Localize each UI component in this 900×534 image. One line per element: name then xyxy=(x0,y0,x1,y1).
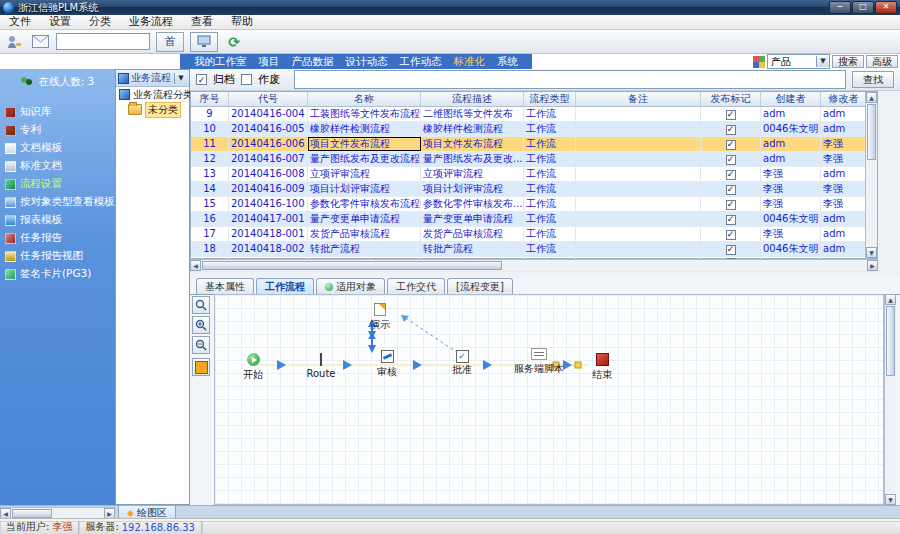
tab-3[interactable]: 工作交代 xyxy=(387,278,445,294)
maximize-button[interactable]: □ xyxy=(852,1,874,14)
nav-item-0[interactable]: 我的工作室 xyxy=(188,55,253,69)
tree-root[interactable]: 业务流程分类 xyxy=(116,87,189,102)
table-row[interactable]: 1020140416-005橡胶样件检测流程橡胶样件检测流程工作流0046朱文明… xyxy=(191,122,877,137)
color-swatch-button[interactable] xyxy=(192,358,210,376)
workflow-node-5[interactable]: 服务端脚本 xyxy=(507,348,571,376)
table-row[interactable]: 1120140416-006项目文件发布流程项目文件发布流程工作流adm李强 xyxy=(191,137,877,152)
workflow-canvas[interactable]: 开始Route审核演示✓批准服务端脚本结束 xyxy=(214,294,884,505)
menu-item-5[interactable]: 帮助 xyxy=(222,15,262,29)
quick-search-input[interactable] xyxy=(56,33,150,50)
scrollbar-thumb[interactable] xyxy=(886,306,895,376)
table-row[interactable]: 1220140416-007量产图纸发布及更改流程量产图纸发布及更改...工作流… xyxy=(191,152,877,167)
search-button[interactable]: 搜索 xyxy=(832,55,864,68)
column-header-7[interactable]: 创建者 xyxy=(761,92,821,106)
workflow-node-2[interactable]: 审核 xyxy=(365,350,409,379)
workflow-node-6[interactable]: 结束 xyxy=(580,353,624,382)
archive-checkbox[interactable] xyxy=(196,74,207,85)
table-row[interactable]: 1420140416-009项目计划评审流程项目计划评审流程工作流李强李强 xyxy=(191,182,877,197)
zoom-in-button[interactable] xyxy=(192,316,210,334)
column-header-5[interactable]: 备注 xyxy=(576,92,701,106)
scroll-up-icon[interactable]: ▲ xyxy=(866,92,877,103)
canvas-vertical-scrollbar[interactable]: ▲ ▼ xyxy=(884,294,896,505)
published-checkbox[interactable] xyxy=(726,185,736,195)
scrollbar-thumb[interactable] xyxy=(12,509,52,518)
sidebar-item-4[interactable]: 流程设置 xyxy=(0,175,115,193)
column-header-1[interactable]: 代号 xyxy=(229,92,308,106)
column-header-6[interactable]: 发布标记 xyxy=(701,92,761,106)
published-checkbox[interactable] xyxy=(726,245,736,255)
home-button[interactable]: 首 xyxy=(156,32,184,52)
published-checkbox[interactable] xyxy=(726,200,736,210)
nav-item-6[interactable]: 系统 xyxy=(491,55,524,69)
sidebar-item-6[interactable]: 报表模板 xyxy=(0,211,115,229)
user-key-icon[interactable] xyxy=(4,33,24,51)
table-vertical-scrollbar[interactable]: ▲ ▼ xyxy=(865,92,877,258)
nav-item-4[interactable]: 工作动态 xyxy=(394,55,448,69)
scroll-down-icon[interactable]: ▼ xyxy=(885,494,896,505)
scrollbar-thumb[interactable] xyxy=(202,261,502,270)
find-button[interactable]: 查找 xyxy=(852,71,894,88)
menu-item-0[interactable]: 文件 xyxy=(0,15,40,29)
table-row[interactable]: 1720140418-001发货产品审核流程发货产品审核流程工作流李强adm xyxy=(191,227,877,242)
workflow-node-1[interactable]: Route xyxy=(299,353,343,379)
menu-item-2[interactable]: 分类 xyxy=(80,15,120,29)
scrollbar-thumb[interactable] xyxy=(867,104,876,160)
published-checkbox[interactable] xyxy=(726,155,736,165)
nav-item-5[interactable]: 标准化 xyxy=(448,55,492,69)
category-select[interactable]: 产品 ▼ xyxy=(767,54,830,69)
void-checkbox[interactable] xyxy=(241,74,252,85)
menu-item-1[interactable]: 设置 xyxy=(40,15,80,29)
sidebar-item-7[interactable]: 任务报告 xyxy=(0,229,115,247)
sidebar-item-9[interactable]: 签名卡片(PG3) xyxy=(0,265,115,283)
nav-item-1[interactable]: 项目 xyxy=(253,55,286,69)
explorer-dropdown-icon[interactable]: ▼ xyxy=(174,73,187,84)
nav-item-3[interactable]: 设计动态 xyxy=(340,55,394,69)
tab-1[interactable]: 工作流程 xyxy=(256,278,314,294)
sidebar-item-0[interactable]: 知识库 xyxy=(0,103,115,121)
close-button[interactable]: ✕ xyxy=(875,1,897,14)
sidebar-item-3[interactable]: 标准文档 xyxy=(0,157,115,175)
published-checkbox[interactable] xyxy=(726,110,736,120)
tab-4[interactable]: [流程变更] xyxy=(447,278,513,294)
published-checkbox[interactable] xyxy=(726,215,736,225)
column-header-3[interactable]: 流程描述 xyxy=(421,92,524,106)
column-header-2[interactable]: 名称 xyxy=(308,92,421,106)
menu-item-3[interactable]: 业务流程 xyxy=(120,15,182,29)
scroll-left-icon[interactable]: ◀ xyxy=(190,260,201,271)
advanced-search-button[interactable]: 高级 xyxy=(866,55,898,68)
workflow-node-3[interactable]: 演示 xyxy=(358,303,402,332)
refresh-icon[interactable]: ⟳ xyxy=(224,33,244,51)
workflow-node-4[interactable]: ✓批准 xyxy=(440,350,484,377)
column-header-8[interactable]: 修改者 xyxy=(821,92,867,106)
published-checkbox[interactable] xyxy=(726,140,736,150)
published-checkbox[interactable] xyxy=(726,125,736,135)
sidebar-item-8[interactable]: 任务报告视图 xyxy=(0,247,115,265)
table-row[interactable]: 1320140416-008立项评审流程立项评审流程工作流李强adm xyxy=(191,167,877,182)
scroll-up-icon[interactable]: ▲ xyxy=(885,294,896,305)
published-checkbox[interactable] xyxy=(726,230,736,240)
table-row[interactable]: 1620140417-001量产变更单申请流程量产变更单申请流程工作流0046朱… xyxy=(191,212,877,227)
scroll-down-icon[interactable]: ▼ xyxy=(866,247,877,258)
published-checkbox[interactable] xyxy=(726,170,736,180)
filter-input[interactable] xyxy=(294,70,846,89)
column-header-4[interactable]: 流程类型 xyxy=(524,92,576,106)
minimize-button[interactable]: ─ xyxy=(829,1,851,14)
scroll-right-icon[interactable]: ▶ xyxy=(867,260,878,271)
monitor-button[interactable] xyxy=(190,32,218,52)
menu-item-4[interactable]: 查看 xyxy=(182,15,222,29)
tab-2[interactable]: 适用对象 xyxy=(316,278,385,294)
sidebar-item-1[interactable]: 专利 xyxy=(0,121,115,139)
chevron-down-icon[interactable]: ▼ xyxy=(816,56,829,67)
explorer-header[interactable]: 业务流程 ▼ xyxy=(116,70,189,87)
table-row[interactable]: 1820140418-002转批产流程转批产流程工作流0046朱文明adm xyxy=(191,242,877,257)
table-horizontal-scrollbar[interactable]: ◀ ▶ xyxy=(190,259,878,271)
nav-item-2[interactable]: 产品数据 xyxy=(286,55,340,69)
workflow-node-0[interactable]: 开始 xyxy=(231,353,275,382)
sidebar-item-2[interactable]: 文档模板 xyxy=(0,139,115,157)
tab-0[interactable]: 基本属性 xyxy=(196,278,254,294)
zoom-fit-button[interactable] xyxy=(192,296,210,314)
zoom-out-button[interactable] xyxy=(192,336,210,354)
table-row[interactable]: 920140416-004工装图纸等文件发布流程二维图纸等文件发布工作流adma… xyxy=(191,107,877,122)
tree-node-unclassified[interactable]: 未分类 xyxy=(116,102,189,117)
table-row[interactable]: 1520140416-100参数化零件审核发布流程参数化零件审核发布...工作流… xyxy=(191,197,877,212)
